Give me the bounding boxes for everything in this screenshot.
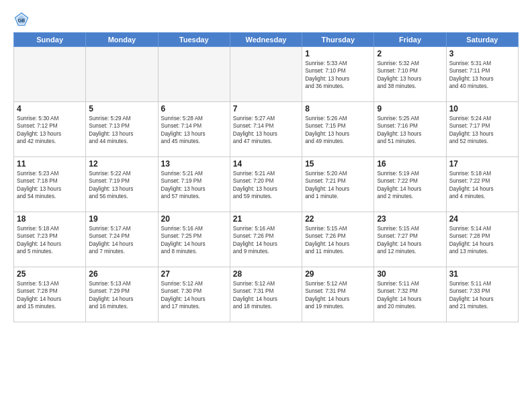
day-info: Sunrise: 5:26 AM Sunset: 7:15 PM Dayligh… — [305, 115, 371, 146]
calendar-cell: 12Sunrise: 5:22 AM Sunset: 7:19 PM Dayli… — [86, 157, 158, 212]
weekday-header-tuesday: Tuesday — [158, 33, 230, 47]
day-number: 21 — [233, 214, 299, 224]
calendar-cell — [14, 47, 86, 102]
calendar-week-1: 1Sunrise: 5:33 AM Sunset: 7:10 PM Daylig… — [14, 47, 519, 102]
calendar-cell — [158, 47, 230, 102]
calendar-cell: 24Sunrise: 5:14 AM Sunset: 7:28 PM Dayli… — [446, 212, 518, 267]
calendar-cell — [230, 47, 302, 102]
day-info: Sunrise: 5:23 AM Sunset: 7:18 PM Dayligh… — [17, 170, 83, 201]
calendar-cell: 10Sunrise: 5:24 AM Sunset: 7:17 PM Dayli… — [446, 102, 518, 157]
day-number: 8 — [305, 104, 371, 113]
weekday-header-saturday: Saturday — [446, 33, 518, 47]
day-number: 9 — [377, 104, 443, 113]
calendar-cell: 8Sunrise: 5:26 AM Sunset: 7:15 PM Daylig… — [302, 102, 374, 157]
day-number: 2 — [377, 49, 443, 58]
day-info: Sunrise: 5:16 AM Sunset: 7:25 PM Dayligh… — [161, 225, 227, 256]
day-number: 17 — [449, 159, 515, 169]
calendar-week-4: 18Sunrise: 5:18 AM Sunset: 7:23 PM Dayli… — [14, 212, 519, 267]
calendar-cell: 4Sunrise: 5:30 AM Sunset: 7:12 PM Daylig… — [14, 102, 86, 157]
weekday-header-sunday: Sunday — [14, 33, 86, 47]
day-info: Sunrise: 5:21 AM Sunset: 7:19 PM Dayligh… — [161, 170, 227, 201]
calendar-cell: 6Sunrise: 5:28 AM Sunset: 7:14 PM Daylig… — [158, 102, 230, 157]
calendar-cell: 18Sunrise: 5:18 AM Sunset: 7:23 PM Dayli… — [14, 212, 86, 267]
header: GB — [13, 11, 519, 27]
day-number: 23 — [377, 214, 443, 224]
day-number: 16 — [377, 159, 443, 169]
day-number: 24 — [449, 214, 515, 224]
day-info: Sunrise: 5:14 AM Sunset: 7:28 PM Dayligh… — [449, 225, 515, 256]
day-number: 27 — [161, 269, 227, 279]
day-number: 4 — [17, 104, 83, 113]
calendar-cell: 5Sunrise: 5:29 AM Sunset: 7:13 PM Daylig… — [86, 102, 158, 157]
day-info: Sunrise: 5:31 AM Sunset: 7:11 PM Dayligh… — [449, 60, 515, 91]
day-number: 14 — [233, 159, 299, 169]
day-number: 28 — [233, 269, 299, 279]
day-number: 20 — [161, 214, 227, 224]
calendar-cell: 2Sunrise: 5:32 AM Sunset: 7:10 PM Daylig… — [374, 47, 446, 102]
calendar-cell: 25Sunrise: 5:13 AM Sunset: 7:28 PM Dayli… — [14, 267, 86, 322]
calendar-cell: 13Sunrise: 5:21 AM Sunset: 7:19 PM Dayli… — [158, 157, 230, 212]
calendar-cell: 27Sunrise: 5:12 AM Sunset: 7:30 PM Dayli… — [158, 267, 230, 322]
weekday-header-thursday: Thursday — [302, 33, 374, 47]
day-number: 11 — [17, 159, 83, 169]
day-number: 12 — [89, 159, 154, 169]
calendar-cell: 9Sunrise: 5:25 AM Sunset: 7:16 PM Daylig… — [374, 102, 446, 157]
day-number: 1 — [305, 49, 371, 58]
calendar-cell — [86, 47, 158, 102]
day-info: Sunrise: 5:15 AM Sunset: 7:26 PM Dayligh… — [305, 225, 371, 256]
calendar-cell: 7Sunrise: 5:27 AM Sunset: 7:14 PM Daylig… — [230, 102, 302, 157]
day-number: 3 — [449, 49, 515, 58]
day-info: Sunrise: 5:21 AM Sunset: 7:20 PM Dayligh… — [233, 170, 299, 201]
calendar-cell: 20Sunrise: 5:16 AM Sunset: 7:25 PM Dayli… — [158, 212, 230, 267]
weekday-header-friday: Friday — [374, 33, 446, 47]
day-info: Sunrise: 5:12 AM Sunset: 7:30 PM Dayligh… — [161, 280, 227, 311]
day-number: 6 — [161, 104, 227, 113]
calendar-cell: 30Sunrise: 5:11 AM Sunset: 7:32 PM Dayli… — [374, 267, 446, 322]
day-info: Sunrise: 5:33 AM Sunset: 7:10 PM Dayligh… — [305, 60, 371, 91]
day-number: 5 — [89, 104, 154, 113]
day-info: Sunrise: 5:30 AM Sunset: 7:12 PM Dayligh… — [17, 115, 83, 146]
calendar-cell: 17Sunrise: 5:18 AM Sunset: 7:22 PM Dayli… — [446, 157, 518, 212]
day-info: Sunrise: 5:12 AM Sunset: 7:31 PM Dayligh… — [305, 280, 371, 311]
day-number: 15 — [305, 159, 371, 169]
day-number: 10 — [449, 104, 515, 113]
day-info: Sunrise: 5:18 AM Sunset: 7:22 PM Dayligh… — [449, 170, 515, 201]
calendar-week-5: 25Sunrise: 5:13 AM Sunset: 7:28 PM Dayli… — [14, 267, 519, 322]
calendar-cell: 19Sunrise: 5:17 AM Sunset: 7:24 PM Dayli… — [86, 212, 158, 267]
day-number: 30 — [377, 269, 443, 279]
calendar-cell: 23Sunrise: 5:15 AM Sunset: 7:27 PM Dayli… — [374, 212, 446, 267]
day-info: Sunrise: 5:11 AM Sunset: 7:32 PM Dayligh… — [377, 280, 443, 311]
logo: GB — [13, 11, 32, 27]
calendar-table: SundayMondayTuesdayWednesdayThursdayFrid… — [13, 32, 519, 322]
day-info: Sunrise: 5:28 AM Sunset: 7:14 PM Dayligh… — [161, 115, 227, 146]
day-info: Sunrise: 5:29 AM Sunset: 7:13 PM Dayligh… — [89, 115, 154, 146]
calendar-cell: 29Sunrise: 5:12 AM Sunset: 7:31 PM Dayli… — [302, 267, 374, 322]
day-info: Sunrise: 5:11 AM Sunset: 7:33 PM Dayligh… — [449, 280, 515, 311]
day-info: Sunrise: 5:19 AM Sunset: 7:22 PM Dayligh… — [377, 170, 443, 201]
day-info: Sunrise: 5:24 AM Sunset: 7:17 PM Dayligh… — [449, 115, 515, 146]
calendar-cell: 26Sunrise: 5:13 AM Sunset: 7:29 PM Dayli… — [86, 267, 158, 322]
day-info: Sunrise: 5:15 AM Sunset: 7:27 PM Dayligh… — [377, 225, 443, 256]
day-info: Sunrise: 5:18 AM Sunset: 7:23 PM Dayligh… — [17, 225, 83, 256]
calendar-cell: 15Sunrise: 5:20 AM Sunset: 7:21 PM Dayli… — [302, 157, 374, 212]
day-info: Sunrise: 5:22 AM Sunset: 7:19 PM Dayligh… — [89, 170, 154, 201]
weekday-header-row: SundayMondayTuesdayWednesdayThursdayFrid… — [14, 33, 519, 47]
day-number: 7 — [233, 104, 299, 113]
day-number: 31 — [449, 269, 515, 279]
calendar-cell: 14Sunrise: 5:21 AM Sunset: 7:20 PM Dayli… — [230, 157, 302, 212]
calendar-cell: 21Sunrise: 5:16 AM Sunset: 7:26 PM Dayli… — [230, 212, 302, 267]
day-number: 13 — [161, 159, 227, 169]
svg-text:GB: GB — [17, 17, 25, 24]
day-number: 29 — [305, 269, 371, 279]
weekday-header-monday: Monday — [86, 33, 158, 47]
day-number: 25 — [17, 269, 83, 279]
day-number: 19 — [89, 214, 154, 224]
day-number: 26 — [89, 269, 154, 279]
day-info: Sunrise: 5:17 AM Sunset: 7:24 PM Dayligh… — [89, 225, 154, 256]
day-info: Sunrise: 5:13 AM Sunset: 7:28 PM Dayligh… — [17, 280, 83, 311]
calendar-cell: 28Sunrise: 5:12 AM Sunset: 7:31 PM Dayli… — [230, 267, 302, 322]
calendar-cell: 1Sunrise: 5:33 AM Sunset: 7:10 PM Daylig… — [302, 47, 374, 102]
day-info: Sunrise: 5:20 AM Sunset: 7:21 PM Dayligh… — [305, 170, 371, 201]
calendar-cell: 31Sunrise: 5:11 AM Sunset: 7:33 PM Dayli… — [446, 267, 518, 322]
day-info: Sunrise: 5:16 AM Sunset: 7:26 PM Dayligh… — [233, 225, 299, 256]
